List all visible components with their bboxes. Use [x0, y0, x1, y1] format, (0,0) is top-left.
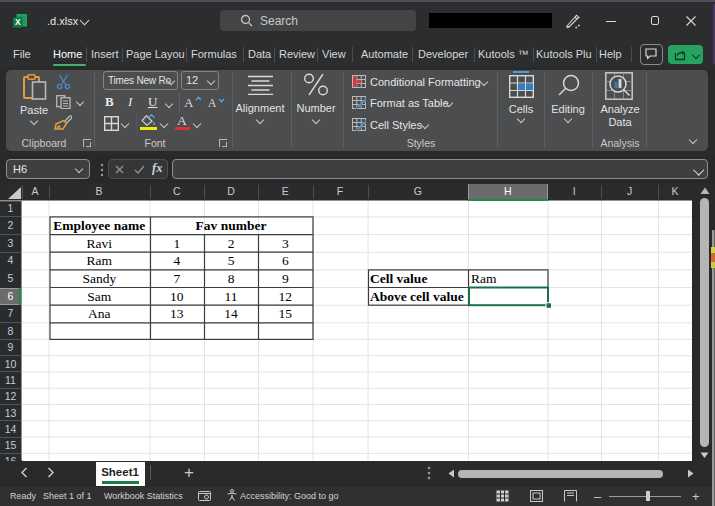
svg-text:X: X: [15, 17, 21, 27]
